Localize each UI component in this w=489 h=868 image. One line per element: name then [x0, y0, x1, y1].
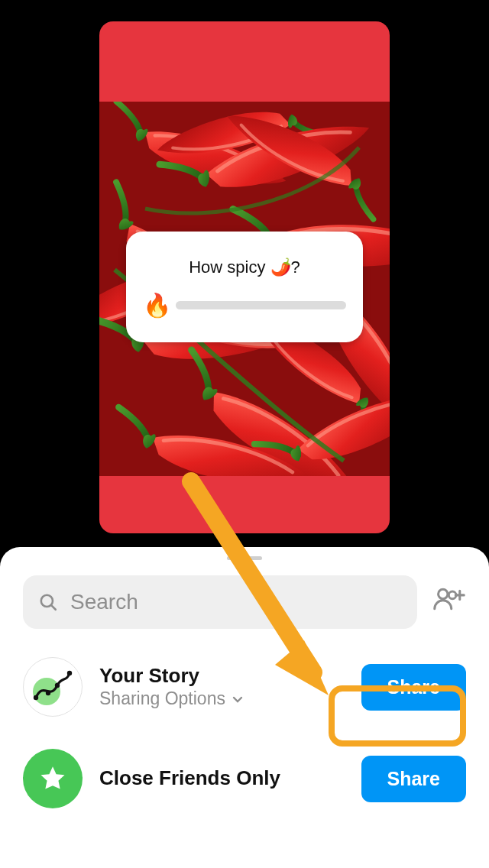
- share-sheet: Search: [0, 547, 489, 868]
- story-preview: How spicy 🌶️? 🔥: [99, 21, 390, 533]
- dest-title: Your Story: [99, 665, 345, 688]
- close-friends-avatar: [23, 749, 83, 808]
- search-placeholder: Search: [70, 590, 138, 614]
- svg-point-9: [34, 695, 38, 700]
- add-people-button[interactable]: [432, 585, 466, 619]
- emoji-slider-sticker[interactable]: How spicy 🌶️? 🔥: [126, 232, 363, 342]
- svg-line-2: [51, 605, 56, 610]
- fire-icon[interactable]: 🔥: [143, 294, 171, 317]
- share-row-your-story: Your Story Sharing Options Share: [23, 649, 466, 725]
- svg-point-11: [55, 683, 60, 688]
- poll-question-text: How spicy 🌶️?: [189, 257, 300, 277]
- svg-point-3: [439, 589, 448, 598]
- star-icon: [38, 764, 67, 793]
- add-people-icon: [432, 585, 466, 611]
- chevron-down-icon: [232, 693, 244, 705]
- sheet-drag-handle[interactable]: [227, 556, 262, 560]
- dest-subtitle: Sharing Options: [99, 688, 225, 709]
- your-story-avatar: [23, 657, 83, 717]
- svg-point-10: [46, 691, 50, 695]
- share-destination-list: Your Story Sharing Options Share Close F…: [0, 649, 489, 817]
- emoji-slider[interactable]: 🔥: [143, 294, 346, 317]
- share-button-your-story[interactable]: Share: [361, 664, 466, 711]
- search-icon: [38, 592, 58, 612]
- slider-track[interactable]: [176, 301, 346, 309]
- share-row-close-friends: Close Friends Only Share: [23, 740, 466, 817]
- share-button-close-friends[interactable]: Share: [361, 756, 466, 802]
- search-input[interactable]: Search: [23, 575, 417, 629]
- dest-title: Close Friends Only: [99, 767, 345, 790]
- story-graph-icon: [31, 666, 74, 708]
- svg-point-12: [67, 671, 72, 675]
- sharing-options-button[interactable]: Sharing Options: [99, 688, 345, 709]
